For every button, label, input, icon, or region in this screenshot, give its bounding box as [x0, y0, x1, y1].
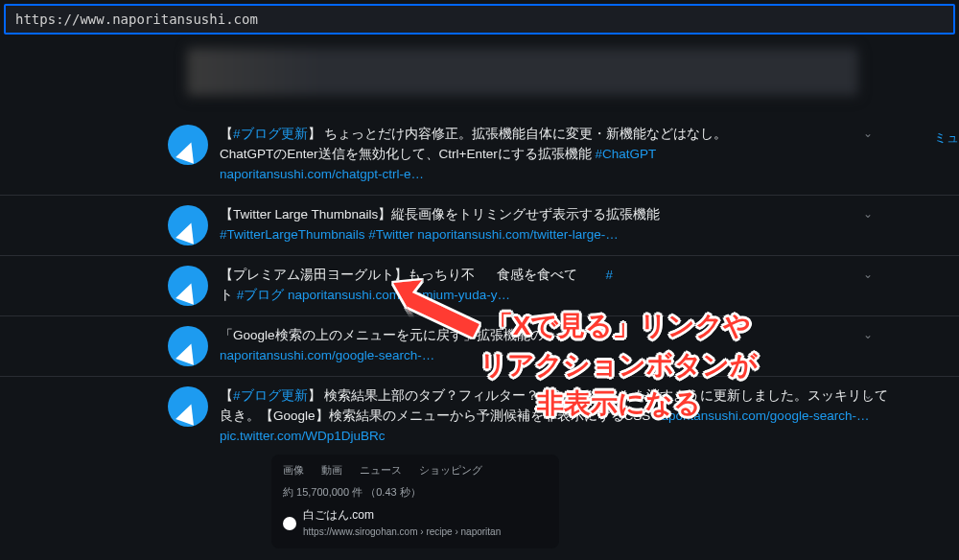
- embedded-preview[interactable]: 画像 動画 ニュース ショッピング 約 15,700,000 件 （0.43 秒…: [271, 455, 559, 549]
- hashtag[interactable]: #ブログ更新: [233, 127, 308, 141]
- chevron-down-icon[interactable]: ⌄: [863, 388, 873, 402]
- tweet-item[interactable]: 【Twitter Large Thumbnails】縦長画像をトリミングせず表示…: [0, 196, 959, 256]
- avatar[interactable]: [168, 326, 208, 366]
- avatar[interactable]: [168, 266, 208, 306]
- main-content: ミュ 【#ブログ更新】 ちょっとだけ内容修正。拡張機能自体に変更・新機能などはな…: [0, 38, 959, 558]
- chevron-down-icon[interactable]: ⌄: [863, 328, 873, 341]
- chevron-down-icon[interactable]: ⌄: [863, 207, 873, 221]
- avatar[interactable]: [168, 386, 208, 427]
- tweet-body: 【プレミアム湯田ヨーグルト】もっちり不 食感を食べて # ト #ブログ napo…: [220, 266, 901, 306]
- tweet-link[interactable]: naporitansushi.com/google-search-…: [220, 348, 434, 362]
- chevron-down-icon[interactable]: ⌄: [863, 127, 873, 140]
- annotation-arrow-icon: [388, 278, 494, 345]
- avatar[interactable]: [168, 205, 208, 245]
- tweet-body: 【#ブログ更新】 ちょっとだけ内容修正。拡張機能自体に変更・新機能などはなし。 …: [220, 125, 901, 185]
- tweet-item[interactable]: 【#ブログ更新】 ちょっとだけ内容修正。拡張機能自体に変更・新機能などはなし。 …: [0, 115, 959, 196]
- tweet-body: 【Twitter Large Thumbnails】縦長画像をトリミングせず表示…: [220, 205, 901, 245]
- embed-tabs: 画像 動画 ニュース ショッピング: [283, 462, 548, 478]
- tweet-body: 「Google検索の上のメニューを元に戻す」拡張機能の naporitansus…: [220, 326, 901, 366]
- hashtag[interactable]: #ブログ: [237, 288, 285, 302]
- tweet-link[interactable]: naporitansushi.com/chatgpt-ctrl-e…: [220, 167, 424, 181]
- hashtag[interactable]: #ブログ更新: [233, 388, 308, 403]
- url-text: https://www.naporitansushi.com: [15, 12, 258, 27]
- hashtag[interactable]: #TwitterLargeThumbnails #Twitter: [220, 227, 414, 242]
- pic-link[interactable]: pic.twitter.com/WDp1DjuBRc: [220, 429, 386, 443]
- chevron-down-icon[interactable]: ⌄: [863, 268, 873, 281]
- tweet-link[interactable]: naporitansushi.com/twitter-large-…: [417, 227, 618, 242]
- avatar[interactable]: [168, 125, 208, 165]
- hashtag[interactable]: #ChatGPT: [595, 147, 656, 161]
- tweet-link[interactable]: naporitansushi.com/google-search-…: [654, 408, 869, 423]
- tweet-item[interactable]: 【#ブログ更新】 検索結果上部のタブ？フィルター？からサジェストを消すように更新…: [0, 377, 959, 558]
- tweet-body: 【#ブログ更新】 検索結果上部のタブ？フィルター？からサジェストを消すように更新…: [220, 386, 901, 548]
- blurred-header: [187, 48, 858, 96]
- svg-marker-0: [393, 280, 480, 338]
- site-favicon-icon: [283, 517, 296, 530]
- embed-result[interactable]: 白ごはん.com https://www.sirogohan.com › rec…: [283, 506, 548, 542]
- url-bar[interactable]: https://www.naporitansushi.com: [4, 4, 955, 35]
- embed-stats: 約 15,700,000 件 （0.43 秒）: [283, 484, 548, 501]
